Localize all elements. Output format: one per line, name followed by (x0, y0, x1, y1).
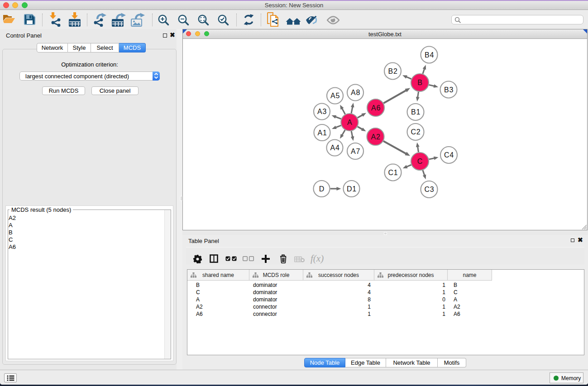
svg-text:B1: B1 (411, 108, 421, 116)
svg-text:A7: A7 (351, 148, 360, 155)
svg-text:A1: A1 (317, 129, 327, 137)
svg-text:C1: C1 (388, 169, 398, 176)
svg-text:A: A (347, 119, 352, 126)
svg-text:A8: A8 (351, 89, 360, 96)
svg-text:A5: A5 (330, 92, 340, 100)
svg-text:A6: A6 (371, 104, 381, 112)
svg-text:C2: C2 (411, 128, 421, 136)
svg-text:A4: A4 (330, 144, 339, 152)
svg-text:C4: C4 (444, 151, 454, 159)
svg-text:D: D (319, 185, 325, 193)
svg-text:B: B (417, 79, 422, 86)
svg-text:A2: A2 (371, 133, 380, 141)
svg-text:B4: B4 (425, 51, 434, 59)
svg-text:D1: D1 (347, 185, 357, 193)
svg-text:C: C (417, 157, 423, 165)
svg-text:C3: C3 (424, 186, 434, 193)
svg-text:B2: B2 (388, 67, 397, 75)
svg-text:B3: B3 (444, 86, 454, 94)
svg-text:A3: A3 (317, 108, 327, 115)
